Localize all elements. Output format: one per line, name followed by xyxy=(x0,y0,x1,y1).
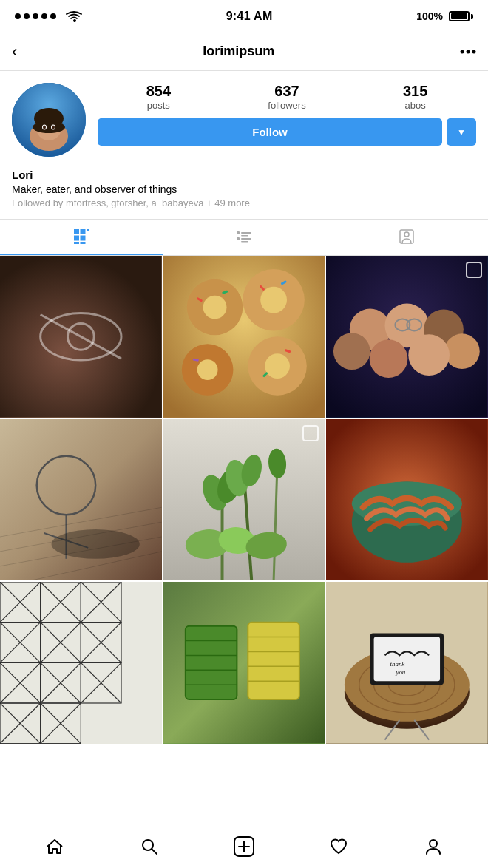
stats-row: 854 posts 637 followers 315 abos xyxy=(98,83,476,111)
home-icon xyxy=(45,837,64,856)
svg-rect-24 xyxy=(241,241,248,243)
bottom-nav xyxy=(0,824,488,868)
following-count: 315 xyxy=(403,83,427,100)
nav-bar: ‹ lorimipsum xyxy=(0,33,488,71)
svg-rect-117 xyxy=(185,626,237,699)
sandwich-image xyxy=(163,582,325,744)
add-icon xyxy=(234,836,254,857)
posts-label: posts xyxy=(147,100,170,111)
tab-grid[interactable] xyxy=(0,220,163,255)
bio-description: Maker, eater, and observer of things xyxy=(12,183,476,195)
grid-photo-9[interactable]: thank you xyxy=(326,582,488,744)
photo-grid: thank you xyxy=(0,256,488,744)
svg-rect-21 xyxy=(241,235,248,237)
bio-section: Lori Maker, eater, and observer of thing… xyxy=(0,166,488,219)
posts-stat: 854 posts xyxy=(146,83,171,111)
chair-shadow-image xyxy=(0,419,162,581)
following-stat: 315 abos xyxy=(403,83,427,111)
svg-rect-19 xyxy=(237,231,240,234)
svg-rect-22 xyxy=(237,237,240,240)
donuts-image xyxy=(163,256,325,418)
wood-stump-image: thank you xyxy=(326,582,488,744)
status-right: 100% xyxy=(416,10,473,22)
bottom-spacer xyxy=(0,744,488,788)
battery-percent: 100% xyxy=(416,10,443,22)
grid-photo-6[interactable] xyxy=(326,419,488,581)
followers-stat: 637 followers xyxy=(268,83,305,111)
svg-rect-16 xyxy=(81,236,86,241)
grid-photo-4[interactable] xyxy=(0,419,162,581)
grid-photo-7[interactable] xyxy=(0,582,162,744)
posts-count: 854 xyxy=(146,83,171,100)
svg-point-2 xyxy=(472,50,476,53)
tile-pattern-image xyxy=(0,582,162,744)
avatar xyxy=(12,83,86,157)
status-bar: 9:41 AM 100% xyxy=(0,0,488,33)
svg-rect-23 xyxy=(241,238,251,240)
svg-point-10 xyxy=(43,126,46,129)
svg-rect-12 xyxy=(74,229,79,234)
display-name: Lori xyxy=(12,169,476,181)
grid-icon xyxy=(72,228,90,245)
nav-home-button[interactable] xyxy=(36,828,73,865)
signal-dots xyxy=(15,13,56,19)
svg-rect-136 xyxy=(374,637,440,682)
following-label: abos xyxy=(405,100,426,111)
svg-rect-67 xyxy=(163,419,325,581)
multi-photo-badge xyxy=(466,262,482,278)
svg-point-52 xyxy=(444,333,480,369)
grid-photo-1[interactable] xyxy=(0,256,162,418)
group-selfie-image xyxy=(326,256,488,418)
followed-by: Followed by mfortress, gforsher, a_babay… xyxy=(12,197,476,208)
grid-photo-5[interactable] xyxy=(163,419,325,581)
svg-rect-20 xyxy=(241,232,251,234)
follow-row: Follow ▼ xyxy=(98,118,476,146)
svg-text:you: you xyxy=(396,669,406,677)
heart-icon xyxy=(329,837,348,856)
svg-point-33 xyxy=(203,296,226,319)
search-icon xyxy=(140,837,159,856)
back-button[interactable]: ‹ xyxy=(12,42,17,61)
nav-search-button[interactable] xyxy=(131,828,168,865)
svg-line-142 xyxy=(152,849,157,854)
svg-point-51 xyxy=(333,333,370,370)
svg-point-0 xyxy=(461,50,464,53)
grid-photo-2[interactable] xyxy=(163,256,325,418)
svg-point-26 xyxy=(404,232,409,237)
follow-dropdown-button[interactable]: ▼ xyxy=(447,118,476,146)
svg-rect-14 xyxy=(87,229,89,231)
profile-icon xyxy=(424,837,443,856)
status-left xyxy=(15,10,82,22)
svg-point-54 xyxy=(409,334,450,376)
svg-point-146 xyxy=(430,840,437,847)
wifi-icon xyxy=(66,10,82,22)
list-icon xyxy=(235,228,253,245)
svg-rect-31 xyxy=(163,256,325,418)
tab-bar xyxy=(0,219,488,256)
profile-header: 854 posts 637 followers 315 abos Follow … xyxy=(0,71,488,166)
hidden-icon xyxy=(0,256,162,418)
bowl-food-image xyxy=(326,419,488,581)
tagged-icon xyxy=(398,228,416,245)
stats-container: 854 posts 637 followers 315 abos Follow … xyxy=(98,83,476,146)
svg-rect-17 xyxy=(74,242,79,244)
svg-point-39 xyxy=(265,353,290,379)
followers-label: followers xyxy=(268,100,305,111)
tab-list[interactable] xyxy=(163,220,325,255)
svg-point-37 xyxy=(197,359,217,380)
tab-tagged[interactable] xyxy=(325,220,488,255)
svg-rect-123 xyxy=(248,623,299,699)
multi-photo-badge-2 xyxy=(302,425,319,441)
nav-add-button[interactable] xyxy=(226,828,262,865)
more-button[interactable] xyxy=(460,50,476,54)
nav-profile-button[interactable] xyxy=(415,828,452,865)
nav-likes-button[interactable] xyxy=(320,828,357,865)
avatar-image xyxy=(12,83,86,157)
svg-point-1 xyxy=(467,50,470,53)
follow-button[interactable]: Follow xyxy=(98,118,442,146)
battery-icon xyxy=(449,11,473,21)
grid-photo-8[interactable] xyxy=(163,582,325,744)
grid-photo-3[interactable] xyxy=(326,256,488,418)
svg-text:thank: thank xyxy=(390,661,406,668)
svg-point-11 xyxy=(52,126,55,129)
